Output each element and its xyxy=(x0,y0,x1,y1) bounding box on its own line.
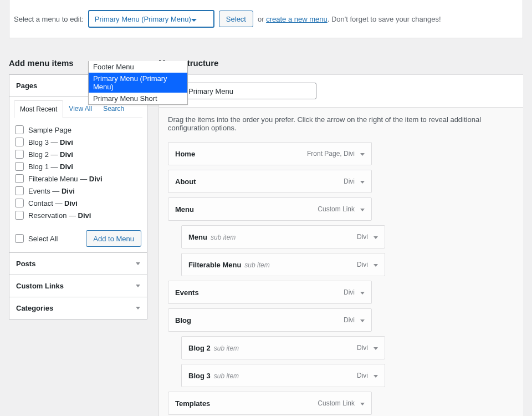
add-to-menu-button[interactable]: Add to Menu xyxy=(86,230,141,247)
page-item-label: Blog 2 — Divi xyxy=(28,150,73,159)
expand-arrow-icon[interactable] xyxy=(374,233,378,241)
page-checkbox-item[interactable]: Blog 2 — Divi xyxy=(14,148,141,160)
expand-arrow-icon[interactable] xyxy=(360,177,365,185)
checkbox-icon xyxy=(15,162,24,171)
menu-item-title: Blog 2sub item xyxy=(188,344,239,352)
menu-structure-item[interactable]: MenuCustom Link xyxy=(168,197,372,221)
checkbox-icon xyxy=(15,186,24,195)
page-item-label: Filterable Menu — Divi xyxy=(28,175,103,183)
page-item-label: Blog 1 — Divi xyxy=(28,163,73,171)
chevron-down-icon xyxy=(136,262,140,265)
menu-structure-item[interactable]: AboutDivi xyxy=(168,170,372,193)
page-checkbox-item[interactable]: Events — Divi xyxy=(14,185,141,197)
menu-structure-item[interactable]: HomeFront Page, Divi xyxy=(168,142,372,165)
menu-item-type: Divi xyxy=(357,233,368,241)
menu-item-type: Custom Link xyxy=(318,399,355,407)
menu-item-type: Custom Link xyxy=(318,205,355,213)
menu-item-title: About xyxy=(175,177,196,186)
page-item-label: Reservation — Divi xyxy=(28,211,91,220)
checkbox-icon xyxy=(15,174,24,183)
select-button[interactable]: Select xyxy=(219,11,253,27)
page-checkbox-item[interactable]: Filterable Menu — Divi xyxy=(14,173,141,185)
menu-item-title: Blog xyxy=(175,316,191,324)
top-bar-text: or create a new menu. Don't forget to sa… xyxy=(258,15,441,23)
menu-item-type: Divi xyxy=(357,372,368,379)
menu-item-title: Menu xyxy=(175,205,194,214)
menu-item-title: Filterable Menusub item xyxy=(188,261,270,269)
expand-arrow-icon[interactable] xyxy=(360,399,365,407)
checkbox-icon xyxy=(15,199,24,207)
create-new-menu-link[interactable]: create a new menu xyxy=(266,15,328,23)
page-checkbox-item[interactable]: Reservation — Divi xyxy=(14,209,141,221)
select-all-checkbox[interactable]: Select All xyxy=(15,234,58,243)
page-item-label: Events — Divi xyxy=(28,187,75,195)
chevron-down-icon xyxy=(191,15,197,23)
menu-select-options-panel[interactable]: Footer MenuPrimary Menu (Primary Menu)Pr… xyxy=(88,61,188,105)
menu-select-option[interactable]: Primary Menu (Primary Menu) xyxy=(89,73,187,93)
select-menu-label: Select a menu to edit: xyxy=(14,15,84,23)
pages-checklist[interactable]: Sample PageBlog 3 — DiviBlog 2 — DiviBlo… xyxy=(14,123,142,222)
expand-arrow-icon[interactable] xyxy=(374,344,378,352)
checkbox-icon xyxy=(15,150,24,159)
tab-most-recent[interactable]: Most Recent xyxy=(14,100,63,118)
page-checkbox-item[interactable]: Sample Page xyxy=(14,124,141,136)
chevron-down-icon xyxy=(136,307,140,310)
menu-item-type: Divi xyxy=(357,344,368,352)
menu-structure-item[interactable]: Filterable Menusub itemDivi xyxy=(181,253,385,276)
menu-structure-item[interactable]: Blog 3sub itemDivi xyxy=(181,364,385,387)
page-checkbox-item[interactable]: Contact — Divi xyxy=(14,197,141,209)
accordion-pages-body: Most Recent View All Search Sample PageB… xyxy=(9,97,147,252)
menu-structure-heading: Menu structure xyxy=(158,58,523,68)
menu-item-type: Divi xyxy=(344,177,355,185)
menu-select-option[interactable]: Primary Menu Short xyxy=(89,93,187,104)
menu-item-title: Templates xyxy=(175,399,210,408)
page-checkbox-item[interactable]: Blog 1 — Divi xyxy=(14,160,141,173)
menu-structure-item[interactable]: Menusub itemDivi xyxy=(181,225,385,248)
expand-arrow-icon[interactable] xyxy=(360,205,365,213)
page-item-label: Sample Page xyxy=(28,126,71,134)
menu-structure-item[interactable]: Blog 2sub itemDivi xyxy=(181,336,385,359)
expand-arrow-icon[interactable] xyxy=(374,372,378,379)
menu-structure-item[interactable]: BlogDivi xyxy=(168,308,372,332)
expand-arrow-icon[interactable] xyxy=(374,261,378,268)
page-checkbox-item[interactable]: Blog 3 — Divi xyxy=(14,136,141,148)
expand-arrow-icon[interactable] xyxy=(360,316,365,324)
checkbox-icon xyxy=(15,125,24,134)
page-item-label: Blog 3 — Divi xyxy=(28,138,73,146)
menu-item-title: Home xyxy=(175,150,195,158)
checkbox-icon xyxy=(15,211,24,220)
accordion-posts-header[interactable]: Posts xyxy=(9,252,147,275)
menu-item-title: Menusub item xyxy=(188,233,236,241)
expand-arrow-icon[interactable] xyxy=(360,150,365,158)
expand-arrow-icon[interactable] xyxy=(360,288,365,296)
menu-selector-bar: Select a menu to edit: Primary Menu (Pri… xyxy=(9,0,523,38)
page-item-label: Contact — Divi xyxy=(28,199,78,207)
menu-select-dropdown[interactable]: Primary Menu (Primary Menu) xyxy=(88,10,214,28)
checkbox-icon xyxy=(15,138,24,146)
accordion-custom-links-header[interactable]: Custom Links xyxy=(9,275,147,297)
menu-item-title: Events xyxy=(175,288,199,297)
menu-item-type: Divi xyxy=(344,288,355,296)
menu-item-title: Blog 3sub item xyxy=(188,372,239,380)
menu-structure-panel: me Drag the items into the order you pre… xyxy=(158,74,523,416)
menu-name-input[interactable] xyxy=(183,83,316,99)
add-items-accordion: Pages Most Recent View All Search Sample… xyxy=(9,74,147,319)
menu-help-text: Drag the items into the order you prefer… xyxy=(168,115,514,132)
chevron-down-icon xyxy=(136,285,140,287)
menu-item-type: Divi xyxy=(357,261,368,268)
menu-structure-item[interactable]: EventsDivi xyxy=(168,281,372,304)
menu-select-option[interactable]: Footer Menu xyxy=(89,61,187,73)
menu-select-value: Primary Menu (Primary Menu) xyxy=(95,15,191,23)
accordion-categories-header[interactable]: Categories xyxy=(9,297,147,319)
menu-item-type: Front Page, Divi xyxy=(307,150,355,158)
checkbox-icon xyxy=(15,234,24,243)
menu-structure-item[interactable]: TemplatesCustom Link xyxy=(168,392,372,415)
menu-item-type: Divi xyxy=(344,316,355,324)
